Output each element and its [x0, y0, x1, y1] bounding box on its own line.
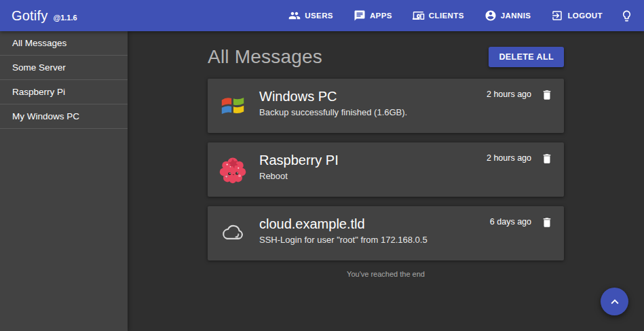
app-version: @1.1.6 [53, 14, 77, 22]
nav-item-users[interactable]: USERS [288, 9, 333, 22]
trash-icon [541, 153, 553, 165]
message-timestamp: 2 hours ago [487, 89, 531, 100]
end-of-list-text: You've reached the end [208, 270, 564, 278]
header-nav: USERS APPS CLIENTS JANNIS LOGOUT [268, 9, 633, 22]
sidebar-item-label: Raspberry Pi [12, 87, 65, 97]
message-body: cloud.example.tld SSH-Login for user "ro… [259, 216, 478, 246]
scroll-to-top-button[interactable] [601, 288, 628, 315]
nav-item-label: USERS [305, 12, 333, 20]
logout-icon [551, 9, 563, 22]
cloud-logo [219, 219, 247, 248]
message-timestamp: 6 days ago [490, 216, 531, 227]
clients-icon [413, 9, 425, 22]
delete-message-button[interactable] [541, 216, 553, 229]
sidebar: All Messages Some Server Raspberry Pi My… [0, 31, 128, 331]
message-timestamp: 2 hours ago [487, 153, 531, 163]
message-meta: 2 hours ago [487, 152, 553, 165]
users-icon [288, 9, 301, 22]
message-text: Reboot [259, 171, 474, 182]
windows-logo [219, 92, 247, 120]
main-area: All Messages DELETE ALL Windows PC Backu… [128, 31, 644, 331]
message-card: cloud.example.tld SSH-Login for user "ro… [208, 206, 564, 260]
message-card: Raspberry PI Reboot 2 hours ago [208, 142, 564, 197]
message-text: Backup successfully finished (1.6GB). [259, 107, 474, 118]
sidebar-item-label: All Messages [12, 38, 67, 48]
message-app-title: Windows PC [259, 88, 474, 104]
chevron-up-icon [607, 294, 622, 309]
sidebar-item-label: My Windows PC [12, 111, 79, 121]
message-card: Windows PC Backup successfully finished … [208, 79, 564, 133]
nav-item-user-jannis[interactable]: JANNIS [485, 9, 531, 22]
message-app-title: cloud.example.tld [259, 216, 478, 232]
message-meta: 2 hours ago [487, 88, 553, 101]
app-title: Gotify [12, 8, 48, 24]
sidebar-item-label: Some Server [12, 62, 66, 73]
sidebar-item-my-windows-pc[interactable]: My Windows PC [0, 104, 128, 129]
nav-item-label: CLIENTS [429, 12, 464, 20]
trash-icon [541, 216, 553, 229]
message-app-title: Raspberry PI [259, 152, 474, 168]
theme-toggle-button[interactable] [620, 9, 633, 22]
sidebar-item-raspberry-pi[interactable]: Raspberry Pi [0, 80, 128, 104]
title-row: All Messages DELETE ALL [208, 46, 564, 68]
nav-item-label: LOGOUT [567, 12, 603, 20]
account-icon [485, 9, 497, 22]
message-body: Raspberry PI Reboot [259, 152, 474, 182]
brand: Gotify @1.1.6 [12, 8, 77, 24]
delete-message-button[interactable] [541, 89, 553, 101]
message-meta: 6 days ago [490, 216, 553, 229]
lightbulb-icon [620, 9, 633, 22]
nav-item-apps[interactable]: APPS [354, 9, 392, 22]
apps-icon [354, 9, 366, 22]
page-title: All Messages [208, 46, 322, 68]
nav-item-clients[interactable]: CLIENTS [413, 9, 464, 22]
delete-message-button[interactable] [541, 153, 553, 165]
trash-icon [541, 89, 553, 101]
delete-all-button[interactable]: DELETE ALL [489, 47, 564, 67]
sidebar-item-all-messages[interactable]: All Messages [0, 31, 128, 56]
nav-item-label: JANNIS [501, 12, 531, 20]
app-bar: Gotify @1.1.6 USERS APPS CLIENTS JANNIS … [0, 0, 644, 31]
nav-item-logout[interactable]: LOGOUT [551, 9, 603, 22]
message-text: SSH-Login for user "root" from 172.168.0… [259, 235, 478, 246]
nav-item-label: APPS [370, 12, 392, 20]
raspberry-logo [219, 155, 247, 184]
sidebar-item-some-server[interactable]: Some Server [0, 56, 128, 80]
message-body: Windows PC Backup successfully finished … [259, 88, 474, 118]
